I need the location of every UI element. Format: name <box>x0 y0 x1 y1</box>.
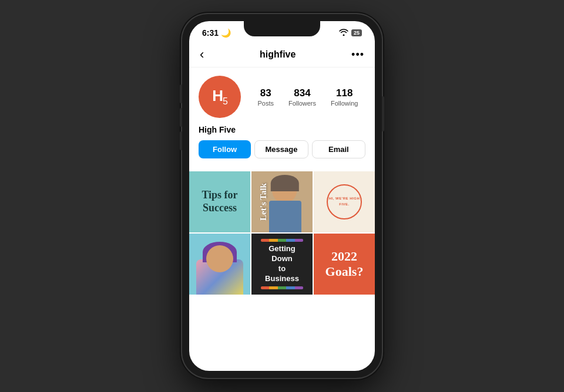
message-button[interactable]: Message <box>254 140 308 158</box>
page-title: highfive <box>260 49 296 60</box>
followers-count: 834 <box>294 87 310 99</box>
phone-screen: 6:31 🌙 25 ‹ highfive ••• <box>189 21 375 371</box>
profile-name: High Five <box>199 125 365 134</box>
post-tips-success[interactable]: Tips forSuccess <box>189 171 250 232</box>
more-button[interactable]: ••• <box>351 49 364 61</box>
avatar-initials: H5 <box>212 87 227 107</box>
posts-label: Posts <box>257 100 274 107</box>
followers-label: Followers <box>288 100 316 107</box>
time-display: 6:31 <box>202 28 219 38</box>
moon-icon: 🌙 <box>221 28 231 38</box>
posts-stat[interactable]: 83 Posts <box>257 87 274 107</box>
person-head <box>206 245 233 272</box>
profile-header: H5 83 Posts 834 Followers 118 Following <box>199 76 365 118</box>
follow-button[interactable]: Follow <box>199 140 251 158</box>
phone-notch <box>244 21 320 36</box>
rainbow-bar-bottom <box>261 286 304 289</box>
avatar: H5 <box>199 76 241 118</box>
post-lets-talk[interactable]: Let's Talk <box>251 171 313 232</box>
posts-count: 83 <box>260 87 271 99</box>
followers-stat[interactable]: 834 Followers <box>288 87 316 107</box>
circle-outline: HI, WE'RE HIGH FIVE. <box>327 184 362 219</box>
post-person-photo[interactable] <box>189 234 250 295</box>
goals-text: 2022Goals? <box>325 249 364 280</box>
stats-row: 83 Posts 834 Followers 118 Following <box>250 87 365 107</box>
battery-display: 25 <box>351 29 362 36</box>
business-text: GettingDowntoBusiness <box>265 244 299 284</box>
status-time: 6:31 🌙 <box>202 28 231 38</box>
posts-grid: Tips forSuccess Let's Talk HI, WE'RE HIG… <box>189 171 375 295</box>
profile-section: H5 83 Posts 834 Followers 118 Following <box>189 67 375 171</box>
post-hi-highfive[interactable]: HI, WE'RE HIGH FIVE. <box>314 171 375 232</box>
wifi-icon <box>339 28 348 38</box>
post-2022-goals[interactable]: 2022Goals? <box>314 234 375 295</box>
following-stat[interactable]: 118 Following <box>331 87 358 107</box>
back-button[interactable]: ‹ <box>200 47 204 62</box>
nav-bar: ‹ highfive ••• <box>189 42 375 67</box>
lets-talk-text: Let's Talk <box>258 183 268 221</box>
email-button[interactable]: Email <box>312 140 365 158</box>
following-count: 118 <box>336 87 352 99</box>
post-business[interactable]: GettingDowntoBusiness <box>251 234 313 295</box>
status-icons: 25 <box>339 28 362 38</box>
following-label: Following <box>331 100 358 107</box>
hi-text: HI, WE'RE HIGH FIVE. <box>328 196 361 207</box>
phone-device: 6:31 🌙 25 ‹ highfive ••• <box>182 14 382 378</box>
action-buttons: Follow Message Email <box>199 140 365 158</box>
rainbow-bar-top <box>261 239 304 242</box>
post-tips-text: Tips forSuccess <box>197 184 242 219</box>
